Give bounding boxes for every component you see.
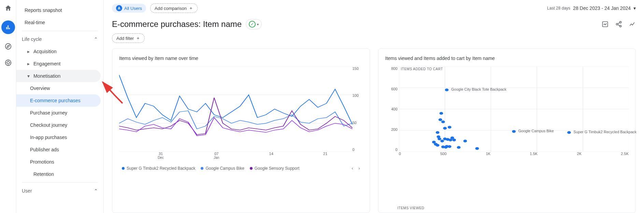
- svg-point-46: [475, 147, 479, 150]
- scatter-x-axis: 05001K1.5K2K2.5K: [399, 152, 629, 162]
- legend-prev-icon[interactable]: ‹: [352, 166, 353, 171]
- sidebar-inapp-purchases[interactable]: In-app purchases: [16, 131, 101, 143]
- legend-item[interactable]: Super G Timbuk2 Recycled Backpack: [122, 166, 195, 171]
- plus-icon: ＋: [189, 5, 193, 11]
- sidebar-realtime[interactable]: Real-time: [16, 16, 101, 29]
- sidebar-user-label: User: [22, 188, 32, 194]
- sidebar-engagement[interactable]: ▸ Engagement: [16, 58, 101, 70]
- date-range-label: Last 28 days: [547, 6, 570, 11]
- chevron-down-icon: ▾: [633, 5, 636, 11]
- line-y-axis: 150100500: [353, 66, 363, 152]
- caret-right-icon: ▸: [27, 49, 31, 54]
- line-x-axis: 31Dec07Jan1421: [133, 152, 353, 162]
- legend-item[interactable]: Google Sensory Support: [250, 166, 299, 171]
- svg-point-22: [445, 89, 448, 91]
- sidebar-checkout-journey[interactable]: Checkout journey: [16, 119, 101, 131]
- chevron-up-icon: ⌃: [94, 188, 98, 194]
- svg-point-48: [444, 146, 448, 149]
- segment-all-users-chip[interactable]: A All Users: [112, 4, 146, 13]
- scatter-x-label: ITEMS VIEWED: [398, 206, 425, 210]
- scatter-chart-title: Items viewed and Items added to cart by …: [385, 56, 629, 61]
- share-icon[interactable]: [615, 21, 622, 28]
- main-content: A All Users Add comparison ＋ Last 28 day…: [104, 0, 644, 213]
- svg-point-6: [620, 25, 621, 27]
- sidebar-promotions[interactable]: Promotions: [16, 156, 101, 168]
- title-row: E-commerce purchases: Item name ✓ ▾: [104, 16, 644, 32]
- sidebar-section-user[interactable]: User ⌃: [16, 185, 103, 197]
- svg-point-28: [443, 127, 447, 130]
- sidebar-retention[interactable]: Retention: [16, 168, 101, 180]
- sidebar-ecommerce-purchases[interactable]: E-commerce purchases: [16, 94, 101, 107]
- scatter-y-axis: 8006004002000: [385, 66, 399, 152]
- svg-point-4: [620, 21, 621, 23]
- scatter-point-label: Google City Black Tote Backpack: [451, 87, 506, 91]
- add-filter-label: Add filter: [116, 36, 134, 41]
- line-chart-title: Items viewed by Item name over time: [119, 56, 363, 61]
- sidebar-monetisation[interactable]: ▾ Monetisation: [16, 70, 101, 82]
- date-range-picker[interactable]: Last 28 days 28 Dec 2023 - 24 Jan 2024 ▾: [547, 5, 636, 11]
- svg-point-23: [567, 131, 571, 134]
- sidebar-reports-snapshot[interactable]: Reports snapshot: [16, 4, 101, 16]
- explore-icon[interactable]: [4, 42, 12, 50]
- customize-report-icon[interactable]: [602, 21, 609, 28]
- svg-point-24: [512, 130, 516, 133]
- date-range-value: 28 Dec 2023 - 24 Jan 2024: [573, 5, 631, 11]
- chevron-up-icon: ⌃: [94, 36, 98, 42]
- svg-point-29: [447, 126, 451, 128]
- sidebar-purchase-journey[interactable]: Purchase journey: [16, 107, 101, 119]
- nav-rail: [0, 0, 16, 213]
- caret-down-icon: ▾: [27, 73, 31, 79]
- caret-right-icon: ▸: [27, 61, 31, 66]
- scatter-point-label: Super G Timbuk2 Recycled Backpack: [573, 130, 636, 134]
- add-comparison-label: Add comparison: [155, 6, 187, 11]
- line-chart-card: Items viewed by Item name over time 1501…: [112, 48, 370, 213]
- scatter-chart-plot[interactable]: ITEMS ADDED TO CART Google City Black To…: [399, 66, 629, 152]
- home-icon[interactable]: [4, 4, 12, 12]
- svg-point-33: [440, 140, 444, 142]
- dimension-picker[interactable]: ✓ ▾: [246, 19, 262, 29]
- advertising-icon[interactable]: [4, 59, 12, 67]
- sidebar-publisher-ads[interactable]: Publisher ads: [16, 143, 101, 156]
- svg-point-32: [438, 138, 441, 140]
- svg-point-5: [616, 24, 618, 25]
- legend-next-icon[interactable]: ›: [359, 166, 360, 171]
- svg-point-43: [452, 139, 456, 141]
- scatter-chart-card: Items viewed and Items added to cart by …: [378, 48, 636, 213]
- segment-badge: A: [116, 5, 122, 11]
- svg-point-26: [441, 121, 445, 123]
- check-icon: ✓: [249, 21, 256, 28]
- line-legend: Super G Timbuk2 Recycled BackpackGoogle …: [119, 166, 363, 171]
- svg-point-45: [457, 146, 460, 149]
- segment-label: All Users: [124, 6, 142, 11]
- plus-icon: ＋: [136, 35, 140, 41]
- topbar: A All Users Add comparison ＋ Last 28 day…: [104, 0, 644, 16]
- svg-point-36: [435, 144, 439, 147]
- reports-icon[interactable]: [1, 20, 15, 34]
- insights-icon[interactable]: [629, 21, 636, 28]
- svg-point-44: [463, 140, 467, 142]
- svg-point-0: [5, 44, 11, 49]
- scatter-point-label: Google Campus Bike: [518, 129, 554, 133]
- svg-point-25: [438, 118, 442, 121]
- sidebar: Reports snapshot Real-time Life cycle ⌃ …: [16, 0, 104, 213]
- svg-point-27: [439, 112, 443, 115]
- add-comparison-chip[interactable]: Add comparison ＋: [150, 3, 198, 13]
- svg-point-30: [435, 131, 439, 134]
- sidebar-lifecycle-label: Life cycle: [22, 36, 42, 42]
- svg-point-2: [7, 61, 9, 64]
- add-filter-chip[interactable]: Add filter ＋: [112, 33, 145, 43]
- scatter-y-label: ITEMS ADDED TO CART: [401, 67, 443, 71]
- page-title: E-commerce purchases: Item name: [112, 19, 242, 29]
- sidebar-overview[interactable]: Overview: [16, 82, 101, 94]
- line-chart-plot[interactable]: [119, 66, 353, 152]
- sidebar-acquisition[interactable]: ▸ Acquisition: [16, 45, 101, 58]
- legend-item[interactable]: Google Campus Bike: [201, 166, 244, 171]
- chevron-down-icon: ▾: [257, 22, 259, 26]
- svg-point-42: [447, 145, 451, 148]
- sidebar-section-lifecycle[interactable]: Life cycle ⌃: [16, 33, 103, 45]
